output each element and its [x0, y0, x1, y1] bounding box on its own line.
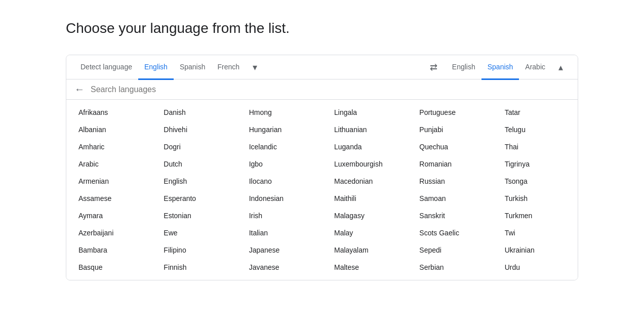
back-arrow-icon: ← [74, 84, 85, 95]
list-item[interactable]: Danish [151, 104, 236, 121]
search-bar: ← [66, 79, 578, 100]
list-item[interactable]: Macedonian [322, 173, 407, 190]
tab-detect-language[interactable]: Detect language [74, 56, 138, 80]
list-item[interactable]: Assamese [66, 190, 151, 207]
tab-source-english[interactable]: English [138, 56, 174, 80]
list-item[interactable]: Hungarian [237, 121, 322, 138]
list-item[interactable]: Portuguese [407, 104, 492, 121]
tab-target-english[interactable]: English [446, 56, 481, 80]
language-bar: Detect language English Spanish French ▾… [66, 55, 578, 79]
list-item[interactable]: Thai [493, 138, 578, 155]
list-item[interactable]: Urdu [493, 259, 578, 276]
list-item[interactable]: Lingala [322, 104, 407, 121]
swap-icon: ⇄ [430, 62, 437, 73]
list-item[interactable]: Malayalam [322, 241, 407, 259]
list-item[interactable]: Basque [66, 259, 151, 276]
tab-source-french[interactable]: French [211, 56, 246, 80]
list-item[interactable]: Igbo [237, 155, 322, 173]
tab-target-spanish[interactable]: Spanish [481, 56, 519, 80]
list-item[interactable]: Tigrinya [493, 155, 578, 173]
list-item[interactable]: Aymara [66, 207, 151, 224]
list-item[interactable]: Esperanto [151, 190, 236, 207]
back-button[interactable]: ← [74, 84, 85, 95]
list-item[interactable]: Serbian [407, 259, 492, 276]
list-item[interactable]: Tsonga [493, 173, 578, 190]
list-item[interactable]: Dhivehi [151, 121, 236, 138]
chevron-up-icon: ▴ [558, 62, 563, 73]
list-item[interactable]: Dutch [151, 155, 236, 173]
list-item[interactable]: Estonian [151, 207, 236, 224]
list-item[interactable]: Quechua [407, 138, 492, 155]
list-item[interactable]: Punjabi [407, 121, 492, 138]
chevron-down-icon: ▾ [253, 62, 257, 73]
language-grid: AfrikaansDanishHmongLingalaPortugueseTat… [66, 100, 578, 280]
list-item[interactable]: Maltese [322, 259, 407, 276]
list-item[interactable]: Dogri [151, 138, 236, 155]
list-item[interactable]: Samoan [407, 190, 492, 207]
list-item[interactable]: Bambara [66, 241, 151, 259]
list-item[interactable]: Luganda [322, 138, 407, 155]
search-input[interactable] [91, 85, 570, 94]
list-item[interactable]: Sanskrit [407, 207, 492, 224]
list-item[interactable]: Armenian [66, 173, 151, 190]
target-lang-bar: English Spanish Arabic ▴ [446, 55, 570, 79]
target-more-button[interactable]: ▴ [551, 55, 570, 79]
list-item[interactable]: Lithuanian [322, 121, 407, 138]
list-item[interactable]: Japanese [237, 241, 322, 259]
list-item[interactable]: Italian [237, 224, 322, 241]
page-title: Choose your language from the list. [66, 20, 578, 36]
list-item[interactable]: Malagasy [322, 207, 407, 224]
list-item[interactable]: Icelandic [237, 138, 322, 155]
translator-container: Detect language English Spanish French ▾… [66, 55, 578, 280]
list-item[interactable]: Afrikaans [66, 104, 151, 121]
list-item[interactable]: Irish [237, 207, 322, 224]
list-item[interactable]: Malay [322, 224, 407, 241]
list-item[interactable]: Indonesian [237, 190, 322, 207]
list-item[interactable]: Telugu [493, 121, 578, 138]
list-item[interactable]: Finnish [151, 259, 236, 276]
list-item[interactable]: Luxembourgish [322, 155, 407, 173]
list-item[interactable]: Amharic [66, 138, 151, 155]
list-item[interactable]: Tatar [493, 104, 578, 121]
list-item[interactable]: Albanian [66, 121, 151, 138]
list-item[interactable]: Hmong [237, 104, 322, 121]
list-item[interactable]: Turkmen [493, 207, 578, 224]
list-item[interactable]: Russian [407, 173, 492, 190]
list-item[interactable]: Scots Gaelic [407, 224, 492, 241]
tab-target-arabic[interactable]: Arabic [519, 56, 551, 80]
list-item[interactable]: Turkish [493, 190, 578, 207]
list-item[interactable]: Romanian [407, 155, 492, 173]
list-item[interactable]: Arabic [66, 155, 151, 173]
source-lang-bar: Detect language English Spanish French ▾ [74, 55, 422, 79]
source-more-button[interactable]: ▾ [246, 55, 264, 79]
list-item[interactable]: Ukrainian [493, 241, 578, 259]
list-item[interactable]: Twi [493, 224, 578, 241]
tab-source-spanish[interactable]: Spanish [174, 56, 212, 80]
list-item[interactable]: Filipino [151, 241, 236, 259]
list-item[interactable]: Ilocano [237, 173, 322, 190]
list-item[interactable]: English [151, 173, 236, 190]
list-item[interactable]: Sepedi [407, 241, 492, 259]
list-item[interactable]: Javanese [237, 259, 322, 276]
list-item[interactable]: Azerbaijani [66, 224, 151, 241]
list-item[interactable]: Ewe [151, 224, 236, 241]
swap-languages-button[interactable]: ⇄ [422, 62, 446, 73]
list-item[interactable]: Maithili [322, 190, 407, 207]
